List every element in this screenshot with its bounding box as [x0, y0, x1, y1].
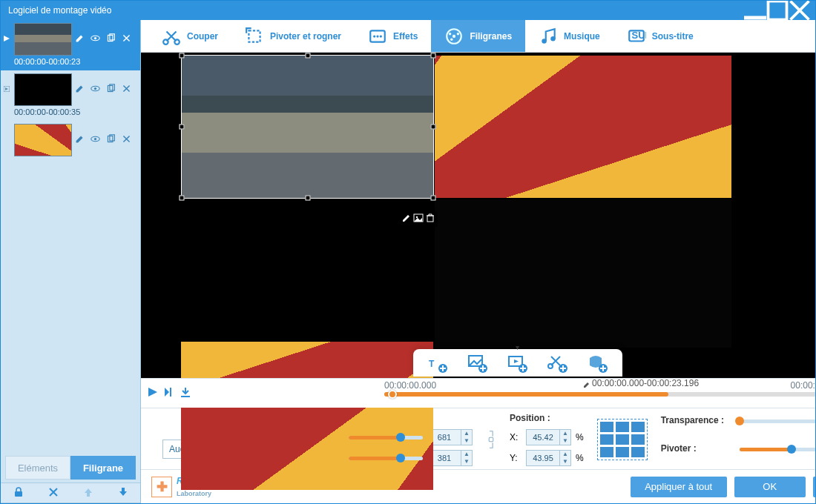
svg-rect-20: [249, 30, 260, 42]
add-mask-icon[interactable]: [587, 352, 609, 377]
copy-icon[interactable]: [106, 84, 116, 96]
svg-point-10: [94, 87, 96, 90]
export-frame-button[interactable]: [180, 386, 191, 400]
svg-point-18: [163, 39, 168, 44]
width-spinner[interactable]: ▲▼: [427, 429, 473, 445]
eye-icon[interactable]: [91, 33, 100, 45]
timeline-start: 00:00:00.000: [384, 380, 436, 391]
play-indicator-icon: [4, 84, 10, 94]
rotate-slider[interactable]: [740, 448, 816, 451]
trash-icon[interactable]: [425, 213, 435, 225]
tab-watermarks[interactable]: Filigranes: [431, 20, 525, 52]
move-down-icon[interactable]: [117, 486, 129, 500]
cancel-button[interactable]: Annuler: [813, 477, 816, 497]
sidebar-tabs: Eléments Filigrane: [5, 456, 136, 480]
media-item[interactable]: [1, 121, 140, 156]
tab-label: Pivoter et rogner: [270, 31, 341, 42]
edit-icon[interactable]: [75, 84, 85, 96]
add-watermark-toolbar: ▾ T: [413, 349, 622, 377]
svg-text:SUB: SUB: [631, 30, 646, 41]
rotate-label: Pivoter :: [661, 443, 735, 454]
svg-marker-2: [4, 36, 10, 42]
svg-marker-43: [514, 359, 519, 363]
svg-marker-48: [148, 388, 157, 397]
timeline: 00:00:00.000 00:00:35.944 00:00:00.000-0…: [141, 378, 816, 408]
minimize-button[interactable]: [744, 3, 766, 18]
lock-icon[interactable]: [13, 486, 24, 500]
x-spinner[interactable]: ▲▼: [526, 429, 571, 445]
edit-icon[interactable]: [75, 134, 85, 146]
edit-watermark-icon[interactable]: [401, 213, 412, 225]
svg-point-35: [416, 216, 418, 218]
width-slider[interactable]: [349, 436, 423, 440]
eye-icon[interactable]: [91, 134, 100, 146]
tab-effects[interactable]: Effets: [355, 20, 431, 52]
svg-point-14: [94, 138, 96, 140]
image-icon[interactable]: [413, 213, 424, 225]
timeline-track[interactable]: [384, 392, 816, 397]
height-slider[interactable]: [349, 457, 423, 460]
tab-label: Couper: [187, 31, 218, 42]
tab-elements[interactable]: Eléments: [5, 456, 70, 480]
svg-rect-54: [489, 437, 493, 442]
transparency-slider[interactable]: [740, 420, 816, 423]
eye-icon[interactable]: [91, 84, 100, 96]
add-video-icon[interactable]: [507, 352, 529, 377]
tab-rotate-crop[interactable]: Pivoter et rogner: [231, 20, 355, 52]
media-time-range: 00:00:00-00:00:35: [1, 106, 140, 121]
svg-rect-36: [427, 216, 433, 222]
svg-point-4: [94, 37, 96, 39]
svg-point-23: [376, 35, 378, 37]
collapse-caret-icon[interactable]: ▾: [516, 343, 519, 351]
add-text-icon[interactable]: T: [427, 352, 449, 377]
watermark-selection[interactable]: [181, 55, 434, 199]
height-spinner[interactable]: ▲▼: [427, 450, 473, 466]
edit-icon[interactable]: [75, 33, 85, 45]
remove-icon[interactable]: [122, 84, 131, 96]
step-button[interactable]: [163, 386, 175, 400]
media-item[interactable]: [1, 70, 140, 106]
move-up-icon[interactable]: [82, 486, 94, 500]
watermark-inline-toolbar: [399, 211, 438, 227]
y-spinner[interactable]: ▲▼: [526, 450, 571, 466]
svg-rect-0: [744, 16, 766, 20]
svg-marker-49: [165, 388, 169, 397]
svg-point-28: [457, 33, 459, 35]
svg-point-30: [542, 39, 547, 44]
tab-label: Musique: [564, 31, 600, 42]
play-button[interactable]: [147, 386, 159, 400]
svg-point-22: [373, 35, 375, 37]
ok-button[interactable]: OK: [734, 477, 806, 497]
tab-label: Filigranes: [470, 31, 512, 42]
tab-subtitle[interactable]: SUBSous-titre: [613, 20, 707, 52]
media-item[interactable]: [1, 20, 140, 56]
preview-canvas[interactable]: ▾ T: [141, 53, 816, 378]
sidebar-actions: [1, 483, 140, 503]
copy-icon[interactable]: [106, 33, 116, 45]
remove-icon[interactable]: [122, 33, 131, 45]
svg-marker-8: [5, 87, 8, 90]
svg-point-27: [449, 33, 451, 35]
close-button[interactable]: [789, 3, 811, 18]
logo-icon: ✚: [151, 477, 172, 497]
add-shape-icon[interactable]: [547, 352, 569, 377]
maximize-button[interactable]: [766, 3, 789, 18]
media-list: 00:00:00-00:00:23 00:00:00-00:00:35: [1, 20, 140, 456]
delete-icon[interactable]: [47, 486, 59, 500]
main-area: Couper Pivoter et rogner Effets Filigran…: [141, 20, 816, 503]
add-image-icon[interactable]: [467, 352, 489, 377]
link-dimensions-icon[interactable]: [486, 413, 496, 466]
svg-rect-50: [170, 388, 171, 397]
top-tabs: Couper Pivoter et rogner Effets Filigran…: [141, 20, 816, 53]
svg-point-45: [548, 364, 553, 368]
tab-music[interactable]: Musique: [525, 20, 613, 52]
timeline-range: 00:00:00.000-00:00:23.196: [583, 378, 699, 388]
apply-all-button[interactable]: Appliquer à tout: [631, 477, 727, 497]
preview-quadrant-bl: [181, 342, 433, 490]
tab-watermark[interactable]: Filigrane: [70, 456, 136, 480]
tab-cut[interactable]: Couper: [148, 20, 231, 52]
remove-icon[interactable]: [122, 134, 131, 146]
alignment-grid[interactable]: [597, 419, 648, 460]
copy-icon[interactable]: [106, 134, 116, 146]
timeline-playhead[interactable]: [388, 390, 397, 399]
